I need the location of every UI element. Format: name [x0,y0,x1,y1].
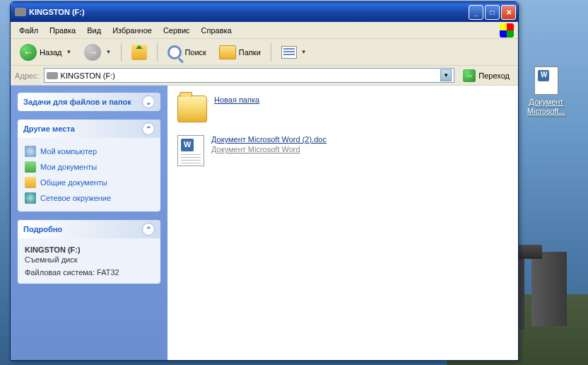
drive-icon [15,8,26,16]
toolbar: ← Назад ▼ → ▼ Поиск Папки ▼ [11,39,518,66]
menu-favorites[interactable]: Избранное [107,24,158,37]
chevron-down-icon: ▼ [66,49,72,55]
sidebar-item-label: Мой компьютер [40,147,97,156]
list-item-folder[interactable]: Новая папка [177,95,508,122]
menu-file[interactable]: Файл [13,24,44,37]
go-label: Переход [478,71,510,80]
details-panel-title: Подробно [23,225,62,233]
separator [157,43,158,62]
menu-view[interactable]: Вид [81,24,107,37]
chevron-up-icon: ⌃ [142,122,155,135]
window-title: KINGSTON (F:) [29,8,85,16]
address-dropdown-button[interactable]: ▼ [440,69,452,81]
sidebar: Задачи для файлов и папок ⌄ Другие места… [11,86,167,360]
explorer-window: KINGSTON (F:) _ □ ✕ Файл Правка Вид Избр… [10,1,519,361]
item-type: Документ Microsoft Word [211,145,327,153]
titlebar[interactable]: KINGSTON (F:) _ □ ✕ [11,2,518,22]
tasks-panel: Задачи для файлов и папок ⌄ [18,93,160,111]
tasks-panel-title: Задачи для файлов и папок [23,98,131,106]
sidebar-item-my-documents[interactable]: Мои документы [25,159,153,175]
back-label: Назад [40,48,62,57]
sidebar-item-shared-documents[interactable]: Общие документы [25,175,153,190]
folders-label: Папки [239,48,261,57]
separator [271,43,271,62]
go-button[interactable]: → Переход [459,68,514,83]
sidebar-item-label: Мои документы [40,163,97,171]
addressbar: Адрес: ▼ → Переход [11,66,518,86]
windows-flag-icon [500,23,514,37]
menu-help[interactable]: Справка [196,24,237,37]
views-icon [281,46,297,59]
desktop-icon-label: Документ Microsoft... [522,98,571,116]
address-input[interactable] [61,71,438,80]
sidebar-item-network[interactable]: Сетевое окружение [25,190,153,206]
detail-type: Съемный диск [25,255,153,264]
address-combo[interactable]: ▼ [44,68,455,83]
folder-icon [219,45,236,59]
minimize-button[interactable]: _ [469,5,483,20]
drive-icon [47,72,58,79]
list-item-doc[interactable]: Документ Microsoft Word (2).doc Документ… [177,135,508,166]
forward-button[interactable]: → ▼ [79,41,116,64]
word-doc-icon [177,135,204,166]
chevron-down-icon: ▼ [301,49,307,55]
sidebar-item-my-computer[interactable]: Мой компьютер [25,144,153,159]
tasks-panel-header[interactable]: Задачи для файлов и папок ⌄ [18,93,160,111]
sidebar-item-label: Сетевое окружение [40,194,111,202]
folders-button[interactable]: Папки [214,42,266,62]
search-button[interactable]: Поиск [163,42,211,62]
menu-edit[interactable]: Правка [44,24,81,37]
item-name: Документ Microsoft Word (2).doc [211,135,327,144]
places-panel-header[interactable]: Другие места ⌃ [18,120,160,138]
places-panel: Другие места ⌃ Мой компьютер Мои докумен… [18,120,160,212]
word-doc-icon [534,66,558,95]
back-button[interactable]: ← Назад ▼ [15,41,76,64]
file-list[interactable]: Новая папка Документ Microsoft Word (2).… [167,86,518,360]
detail-filesystem: Файловая система: FAT32 [25,268,153,277]
shared-folder-icon [25,177,36,188]
chevron-down-icon: ⌄ [142,95,155,108]
documents-icon [25,161,36,173]
forward-arrow-icon: → [84,44,101,61]
search-label: Поиск [184,48,206,57]
menu-tools[interactable]: Сервис [158,24,196,37]
folder-up-icon [131,45,147,60]
folder-icon [177,95,207,122]
details-panel-header[interactable]: Подробно ⌃ [18,220,160,238]
separator [121,43,122,62]
menubar: Файл Правка Вид Избранное Сервис Справка [11,22,518,39]
sidebar-item-label: Общие документы [40,178,107,187]
computer-icon [25,146,36,157]
close-button[interactable]: ✕ [501,5,516,20]
address-label: Адрес: [15,71,40,80]
views-button[interactable]: ▼ [276,43,312,62]
up-button[interactable] [127,42,152,63]
network-icon [25,192,36,204]
chevron-up-icon: ⌃ [142,223,155,236]
item-name: Новая папка [214,95,259,104]
detail-name: KINGSTON (F:) [25,245,153,254]
back-arrow-icon: ← [20,44,37,61]
chevron-down-icon: ▼ [105,49,111,55]
desktop-icon-word-doc[interactable]: Документ Microsoft... [522,66,571,116]
search-icon [167,45,182,59]
go-arrow-icon: → [463,69,476,82]
maximize-button[interactable]: □ [485,5,500,20]
places-panel-title: Другие места [23,124,75,133]
details-panel: Подробно ⌃ KINGSTON (F:) Съемный диск Фа… [18,220,160,284]
